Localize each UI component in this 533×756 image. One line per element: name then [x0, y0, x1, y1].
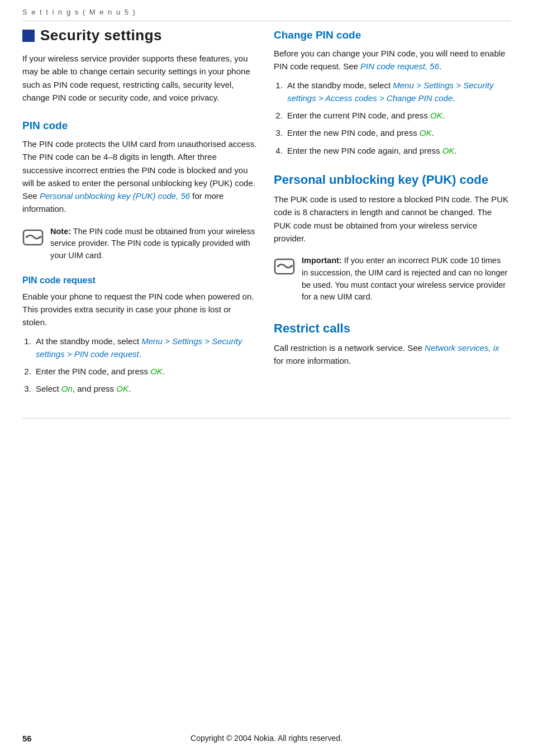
note-content: The PIN code must be obtained from your … [50, 227, 255, 260]
change-step-2: Enter the current PIN code, and press OK… [285, 109, 508, 122]
puk-note-box: Important: If you enter an incorrect PUK… [274, 253, 508, 306]
bottom-divider [22, 418, 511, 419]
restrict-title: Restrict calls [274, 321, 508, 336]
change-pin-body-after: . [439, 61, 441, 71]
change-step-3: Enter the new PIN code, and press OK. [285, 126, 508, 139]
cs4-after: . [454, 146, 456, 155]
footer: 56 Copyright © 2004 Nokia. All rights re… [0, 734, 533, 743]
cs1-after: . [453, 93, 455, 103]
pin-request-title: PIN code request [22, 275, 257, 286]
change-pin-steps: At the standby mode, select Menu > Setti… [285, 79, 508, 157]
content-wrapper: Security settings If your wireless servi… [0, 21, 533, 418]
restrict-body-text: Call restriction is a network service. S… [274, 343, 422, 353]
note-bold-label: Note: [50, 227, 71, 236]
change-pin-body: Before you can change your PIN code, you… [274, 47, 508, 73]
copyright-text: Copyright © 2004 Nokia. All rights reser… [191, 734, 342, 743]
change-pin-link[interactable]: PIN code request, 56 [360, 61, 439, 71]
cs2-ok: OK [430, 111, 442, 120]
step2-ok: OK [150, 367, 163, 376]
menu-breadcrumb: S e t t i n g s ( M e n u 5 ) [22, 8, 136, 16]
puk-body: The PUK code is used to restore a blocke… [274, 193, 508, 245]
restrict-body-after: for more information. [274, 356, 351, 365]
cs2-before: Enter the current PIN code, and press [287, 111, 430, 120]
svg-point-2 [39, 236, 41, 238]
network-services-link[interactable]: Network services, ix [425, 343, 499, 353]
puk-link[interactable]: Personal unblocking key (PUK) code, 56 [40, 191, 190, 201]
puk-note-text: Important: If you enter an incorrect PUK… [302, 255, 508, 303]
step2-after: . [163, 367, 165, 376]
cs2-after: . [442, 111, 445, 120]
pin-request-step-3: Select On, and press OK. [34, 382, 257, 395]
puk-title: Personal unblocking key (PUK) code [274, 173, 508, 187]
cs4-before: Enter the new PIN code again, and press [287, 146, 442, 155]
step3-on: On [61, 384, 73, 393]
cs3-ok: OK [420, 128, 432, 137]
step3-ok: OK [116, 384, 129, 393]
cs3-before: Enter the new PIN code, and press [287, 128, 420, 137]
step2-before: Enter the PIN code, and press [36, 367, 150, 376]
page-number: 56 [22, 734, 32, 743]
pin-code-title: PIN code [22, 120, 257, 132]
page-container: S e t t i n g s ( M e n u 5 ) Security s… [0, 0, 533, 756]
step1-before: At the standby mode, select [36, 336, 141, 346]
cs1-before: At the standby mode, select [287, 80, 393, 90]
right-column: Change PIN code Before you can change yo… [274, 27, 508, 401]
restrict-body: Call restriction is a network service. S… [274, 341, 508, 368]
important-icon [274, 256, 295, 277]
change-step-1: At the standby mode, select Menu > Setti… [285, 79, 508, 105]
pin-request-step-1: At the standby mode, select Menu > Setti… [34, 335, 257, 361]
main-title-block: Security settings [22, 27, 257, 44]
left-column: Security settings If your wireless servi… [22, 27, 257, 401]
intro-text: If your wireless service provider suppor… [22, 52, 257, 104]
svg-point-1 [26, 236, 28, 238]
pin-note-box: Note: The PIN code must be obtained from… [22, 224, 257, 264]
blue-square-icon [22, 30, 35, 42]
step3-before: Select [36, 384, 61, 393]
step1-after: . [139, 349, 141, 359]
pin-request-body: Enable your phone to request the PIN cod… [22, 290, 257, 329]
step3-middle: , and press [73, 384, 116, 393]
note-icon [22, 227, 44, 248]
step3-after: . [129, 384, 131, 393]
top-bar: S e t t i n g s ( M e n u 5 ) [0, 0, 533, 21]
important-bold-label: Important: [302, 256, 342, 265]
pin-request-step-2: Enter the PIN code, and press OK. [34, 365, 257, 378]
main-title: Security settings [40, 27, 162, 44]
cs3-after: . [432, 128, 434, 137]
pin-request-steps: At the standby mode, select Menu > Setti… [34, 335, 257, 396]
pin-note-text: Note: The PIN code must be obtained from… [50, 226, 257, 262]
cs4-ok: OK [442, 146, 455, 155]
svg-point-5 [291, 265, 293, 267]
change-pin-title: Change PIN code [274, 29, 508, 41]
change-step-4: Enter the new PIN code again, and press … [285, 144, 508, 157]
svg-point-4 [277, 265, 279, 267]
pin-code-body: The PIN code protects the UIM card from … [22, 137, 257, 216]
